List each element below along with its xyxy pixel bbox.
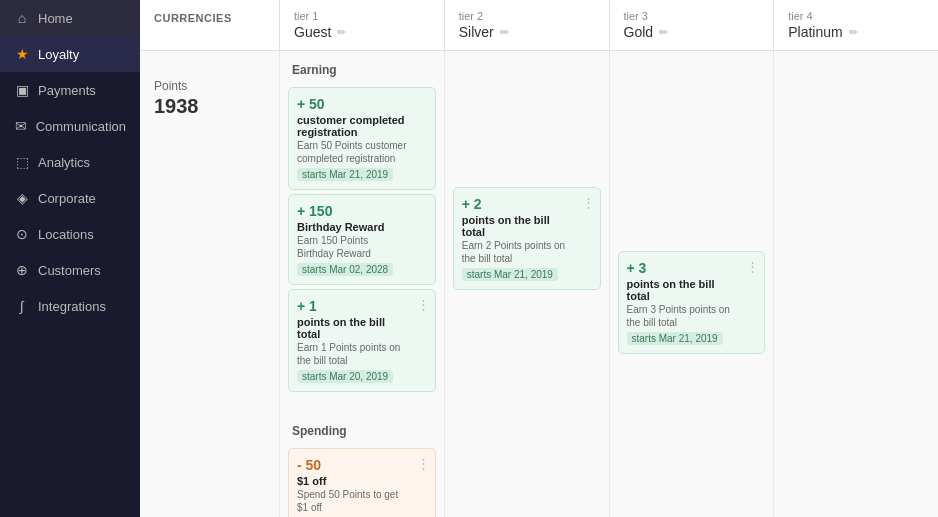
tier4-name: Platinum xyxy=(788,24,842,40)
reward-desc: Spend 50 Points to get $1 off xyxy=(297,488,407,514)
sidebar-label-customers: Customers xyxy=(38,263,101,278)
reward-points: + 3 xyxy=(627,260,737,276)
reward-desc: Earn 150 Points Birthday Reward xyxy=(297,234,407,260)
communication-icon: ✉ xyxy=(14,118,28,134)
reward-date: starts Mar 21, 2019 xyxy=(297,168,393,181)
tier2-header: tier 2 Silver ✏ xyxy=(445,0,610,50)
locations-icon: ⊙ xyxy=(14,226,30,242)
reward-title: $1 off xyxy=(297,475,407,487)
home-icon: ⌂ xyxy=(14,10,30,26)
sidebar-label-payments: Payments xyxy=(38,83,96,98)
sidebar-label-corporate: Corporate xyxy=(38,191,96,206)
sidebar-label-locations: Locations xyxy=(38,227,94,242)
sidebar-item-home[interactable]: ⌂ Home xyxy=(0,0,140,36)
customers-icon: ⊕ xyxy=(14,262,30,278)
more-options-button[interactable]: ⋮ xyxy=(417,297,430,312)
tier4-label: tier 4 xyxy=(788,10,924,22)
tier1-earning-header: Earning xyxy=(280,51,444,83)
scroll-container: Points 1938 Earning + 50 customer comple… xyxy=(140,51,938,517)
tier3-header: tier 3 Gold ✏ xyxy=(610,0,775,50)
more-options-button[interactable]: ⋮ xyxy=(746,259,759,274)
tier2-label: tier 2 xyxy=(459,10,595,22)
reward-date: starts Mar 21, 2019 xyxy=(627,332,723,345)
reward-points: + 150 xyxy=(297,203,407,219)
reward-title: customer completed registration xyxy=(297,114,407,138)
tier2-name: Silver xyxy=(459,24,494,40)
tier1-name: Guest xyxy=(294,24,331,40)
points-label: Points xyxy=(154,79,265,93)
loyalty-icon: ★ xyxy=(14,46,30,62)
reward-points: + 50 xyxy=(297,96,407,112)
reward-date: starts Mar 20, 2019 xyxy=(297,370,393,383)
sidebar: ⌂ Home ★ Loyalty ▣ Payments ✉ Communicat… xyxy=(0,0,140,517)
points-value: 1938 xyxy=(154,95,265,118)
sidebar-label-integrations: Integrations xyxy=(38,299,106,314)
tier2-content: Earning + 2 points on the bill total Ear… xyxy=(445,51,610,517)
sidebar-item-customers[interactable]: ⊕ Customers xyxy=(0,252,140,288)
reward-title: Birthday Reward xyxy=(297,221,407,233)
tier3-name: Gold xyxy=(624,24,654,40)
reward-title: points on the bill total xyxy=(627,278,737,302)
reward-points: - 50 xyxy=(297,457,407,473)
main-area: CURRENCIES tier 1 Guest ✏ tier 2 Silver … xyxy=(140,0,938,517)
sidebar-item-analytics[interactable]: ⬚ Analytics xyxy=(0,144,140,180)
reward-date: starts Mar 02, 2028 xyxy=(297,263,393,276)
reward-points: + 1 xyxy=(297,298,407,314)
reward-title: points on the bill total xyxy=(297,316,407,340)
tier4-edit-icon[interactable]: ✏ xyxy=(849,26,858,39)
tiers-area: Earning + 50 customer completed registra… xyxy=(280,51,938,517)
list-item: + 1 points on the bill total Earn 1 Poin… xyxy=(288,289,436,392)
reward-desc: Earn 2 Points points on the bill total xyxy=(462,239,572,265)
tier3-content: + 3 points on the bill total Earn 3 Poin… xyxy=(610,51,775,517)
tier3-edit-icon[interactable]: ✏ xyxy=(659,26,668,39)
list-item: + 2 points on the bill total Earn 2 Poin… xyxy=(453,187,601,290)
reward-desc: Earn 3 Points points on the bill total xyxy=(627,303,737,329)
tier1-spending-header: Spending xyxy=(280,412,444,444)
tier1-edit-icon[interactable]: ✏ xyxy=(337,26,346,39)
payments-icon: ▣ xyxy=(14,82,30,98)
reward-title: points on the bill total xyxy=(462,214,572,238)
sidebar-item-locations[interactable]: ⊙ Locations xyxy=(0,216,140,252)
list-item: + 50 customer completed registration Ear… xyxy=(288,87,436,190)
sidebar-item-loyalty[interactable]: ★ Loyalty xyxy=(0,36,140,72)
currencies-label: CURRENCIES xyxy=(140,0,280,50)
tier-header: CURRENCIES tier 1 Guest ✏ tier 2 Silver … xyxy=(140,0,938,51)
list-item: + 150 Birthday Reward Earn 150 Points Bi… xyxy=(288,194,436,285)
more-options-button[interactable]: ⋮ xyxy=(417,456,430,471)
list-item: + 3 points on the bill total Earn 3 Poin… xyxy=(618,251,766,354)
sidebar-item-corporate[interactable]: ◈ Corporate xyxy=(0,180,140,216)
tier1-content: Earning + 50 customer completed registra… xyxy=(280,51,445,517)
tier3-label: tier 3 xyxy=(624,10,760,22)
list-item: - 50 $1 off Spend 50 Points to get $1 of… xyxy=(288,448,436,517)
tier2-edit-icon[interactable]: ✏ xyxy=(500,26,509,39)
sidebar-label-home: Home xyxy=(38,11,73,26)
reward-desc: Earn 1 Points points on the bill total xyxy=(297,341,407,367)
sidebar-item-communication[interactable]: ✉ Communication xyxy=(0,108,140,144)
reward-points: + 2 xyxy=(462,196,572,212)
sidebar-item-integrations[interactable]: ∫ Integrations xyxy=(0,288,140,324)
sidebar-label-analytics: Analytics xyxy=(38,155,90,170)
corporate-icon: ◈ xyxy=(14,190,30,206)
sidebar-label-loyalty: Loyalty xyxy=(38,47,79,62)
integrations-icon: ∫ xyxy=(14,298,30,314)
sidebar-item-payments[interactable]: ▣ Payments xyxy=(0,72,140,108)
more-options-button[interactable]: ⋮ xyxy=(582,195,595,210)
body-container: Points 1938 Earning + 50 customer comple… xyxy=(140,51,938,517)
tier4-content xyxy=(774,51,938,517)
tier1-label: tier 1 xyxy=(294,10,430,22)
analytics-icon: ⬚ xyxy=(14,154,30,170)
sidebar-label-communication: Communication xyxy=(36,119,126,134)
reward-desc: Earn 50 Points customer completed regist… xyxy=(297,139,407,165)
tier1-header: tier 1 Guest ✏ xyxy=(280,0,445,50)
reward-date: starts Mar 21, 2019 xyxy=(462,268,558,281)
tier4-header: tier 4 Platinum ✏ xyxy=(774,0,938,50)
points-column: Points 1938 xyxy=(140,51,280,517)
